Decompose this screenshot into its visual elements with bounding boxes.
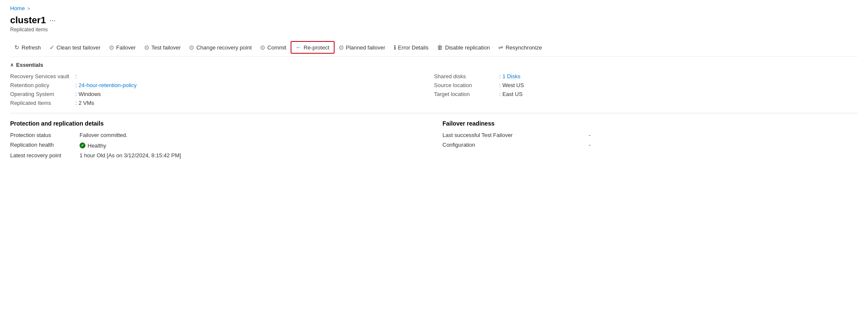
essentials-label: Operating System [10, 91, 74, 97]
failover-value: - [589, 142, 591, 148]
resynchronize-label: Resynchronize [505, 44, 542, 51]
failover-label: Last successful Test Failover [442, 132, 527, 138]
re-protect-icon: ← [296, 44, 302, 51]
essentials-left-row-0: Recovery Services vault: [10, 73, 434, 79]
essentials-sep: : [75, 73, 77, 79]
health-label: Healthy [88, 142, 106, 149]
details-label: Protection status [10, 132, 78, 138]
essentials-left: Recovery Services vault:Retention policy… [10, 73, 434, 106]
page-more-button[interactable]: ··· [49, 16, 55, 25]
change-recovery-point-label: Change recovery point [196, 44, 252, 51]
failover-label: Configuration [442, 142, 527, 148]
page-title: cluster1 [10, 15, 46, 26]
failover-value: - [589, 132, 591, 138]
toolbar-btn-re-protect[interactable]: ←Re-protect [291, 41, 335, 54]
toolbar-btn-refresh[interactable]: ↻Refresh [10, 42, 45, 53]
toolbar-btn-commit[interactable]: ⊙Commit [256, 42, 291, 53]
details-value: 1 hour Old [As on 3/12/2024, 8:15:42 PM] [80, 152, 181, 159]
breadcrumb: Home > [10, 5, 858, 11]
page-subtitle: Replicated items [10, 27, 858, 33]
essentials-left-row-3: Replicated Items:2 VMs [10, 100, 434, 106]
breadcrumb-separator: > [27, 6, 30, 11]
disable-replication-icon: 🗑 [437, 44, 443, 51]
essentials-header: ∧ Essentials [10, 62, 858, 68]
essentials-left-row-2: Operating System:Windows [10, 91, 434, 97]
re-protect-label: Re-protect [304, 44, 330, 51]
essentials-sep: : [75, 82, 77, 88]
disable-replication-label: Disable replication [445, 44, 490, 51]
essentials-value: East US [503, 91, 523, 97]
toolbar-btn-clean-test-failover[interactable]: ✓Clean test failover [45, 42, 105, 53]
essentials-left-row-1: Retention policy:24-hour-retention-polic… [10, 82, 434, 88]
essentials-label: Recovery Services vault [10, 73, 74, 79]
planned-failover-icon: ⊙ [339, 44, 344, 51]
commit-label: Commit [267, 44, 286, 51]
breadcrumb-home-link[interactable]: Home [10, 5, 25, 11]
error-details-icon: ℹ [394, 44, 396, 51]
essentials-link[interactable]: 1 Disks [503, 73, 521, 79]
essentials-value: 2 VMs [79, 100, 94, 106]
toolbar-btn-error-details[interactable]: ℹError Details [390, 42, 433, 53]
failover-icon: ⊙ [109, 44, 114, 51]
essentials-grid: Recovery Services vault:Retention policy… [10, 73, 858, 106]
essentials-value[interactable]: 24-hour-retention-policy [79, 82, 137, 88]
error-details-label: Error Details [398, 44, 429, 51]
page-header: cluster1 ··· [10, 15, 858, 26]
toolbar-btn-resynchronize[interactable]: ⇌Resynchronize [494, 42, 546, 53]
essentials-label: Source location [434, 82, 497, 88]
protection-row-0: Protection statusFailover committed. [10, 132, 417, 138]
essentials-right-row-2: Target location:East US [434, 91, 858, 97]
essentials-right: Shared disks:1 DisksSource location:West… [434, 73, 858, 106]
essentials-sep: : [499, 91, 501, 97]
essentials-label: Retention policy [10, 82, 74, 88]
failover-row-0: Last successful Test Failover- [442, 132, 591, 138]
health-badge: Healthy [80, 142, 106, 149]
essentials-right-row-1: Source location:West US [434, 82, 858, 88]
refresh-label: Refresh [22, 44, 41, 51]
details-label: Latest recovery point [10, 152, 78, 159]
clean-test-failover-icon: ✓ [49, 44, 55, 51]
details-grid: Protection and replication details Prote… [10, 120, 858, 162]
essentials-sep: : [499, 82, 501, 88]
essentials-sep: : [75, 91, 77, 97]
protection-row-1: Replication healthHealthy [10, 142, 417, 149]
section-divider [10, 113, 858, 113]
test-failover-icon: ⊙ [144, 44, 149, 51]
essentials-label: Replicated Items [10, 100, 74, 106]
essentials-sep: : [499, 73, 501, 79]
essentials-sep: : [75, 100, 77, 106]
change-recovery-point-icon: ⊙ [189, 44, 194, 51]
toolbar-btn-change-recovery-point[interactable]: ⊙Change recovery point [185, 42, 256, 53]
planned-failover-label: Planned failover [346, 44, 385, 51]
failover-readiness-section: Failover readiness Last successful Test … [434, 120, 858, 162]
details-value: Failover committed. [80, 132, 127, 138]
protection-row-2: Latest recovery point1 hour Old [As on 3… [10, 152, 417, 159]
essentials-right-row-0: Shared disks:1 Disks [434, 73, 858, 79]
toolbar-btn-disable-replication[interactable]: 🗑Disable replication [433, 42, 494, 53]
essentials-label: Shared disks [434, 73, 497, 79]
essentials-value: West US [503, 82, 524, 88]
toolbar-btn-failover[interactable]: ⊙Failover [105, 42, 140, 53]
resynchronize-icon: ⇌ [498, 44, 503, 51]
failover-label: Failover [116, 44, 136, 51]
protection-title: Protection and replication details [10, 120, 417, 127]
failover-title: Failover readiness [442, 120, 858, 127]
page-container: Home > cluster1 ··· Replicated items ↻Re… [0, 0, 868, 167]
clean-test-failover-label: Clean test failover [57, 44, 101, 51]
toolbar-btn-test-failover[interactable]: ⊙Test failover [140, 42, 185, 53]
essentials-label: Target location [434, 91, 497, 97]
commit-icon: ⊙ [260, 44, 265, 51]
toolbar-btn-planned-failover[interactable]: ⊙Planned failover [335, 42, 390, 53]
protection-details-section: Protection and replication details Prote… [10, 120, 434, 162]
test-failover-label: Test failover [151, 44, 181, 51]
essentials-title: Essentials [16, 62, 43, 68]
chevron-icon: ∧ [10, 62, 14, 68]
essentials-value: Windows [79, 91, 101, 97]
essentials-value[interactable]: 1 Disks [503, 73, 521, 79]
failover-row-1: Configuration- [442, 142, 591, 148]
details-label: Replication health [10, 142, 78, 148]
toolbar: ↻Refresh✓Clean test failover⊙Failover⊙Te… [10, 38, 858, 57]
details-value: Healthy [80, 142, 106, 149]
refresh-icon: ↻ [14, 44, 19, 51]
essentials-link[interactable]: 24-hour-retention-policy [79, 82, 137, 88]
